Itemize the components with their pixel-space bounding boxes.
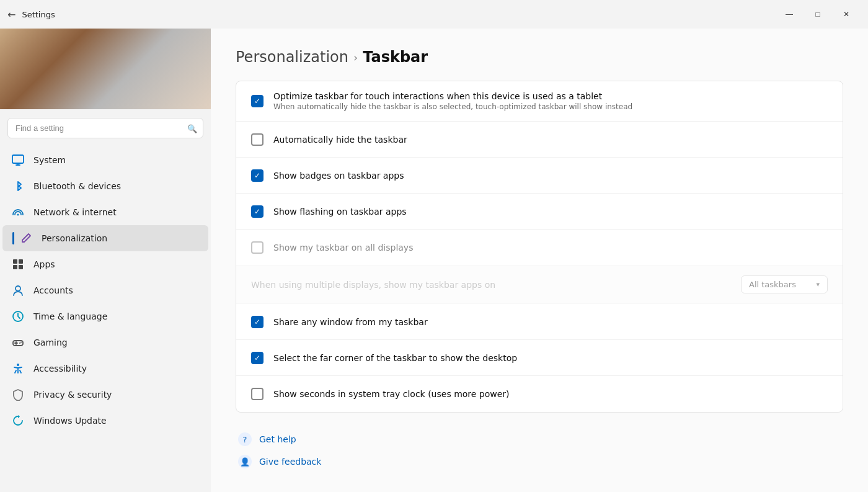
checkbox-show-all-displays[interactable]	[251, 241, 264, 254]
accessibility-icon	[11, 362, 25, 375]
checkbox-far-corner[interactable]	[251, 352, 264, 364]
search-input[interactable]	[7, 118, 203, 138]
sidebar: 🔍 System Bluetooth & devices Network & i…	[0, 29, 211, 492]
sidebar-item-bluetooth[interactable]: Bluetooth & devices	[2, 173, 208, 199]
sidebar-item-accounts[interactable]: Accounts	[2, 277, 208, 303]
chevron-down-icon: ▾	[816, 280, 820, 288]
sidebar-item-label: Time & language	[33, 311, 107, 321]
pen-icon	[19, 231, 33, 245]
time-icon	[11, 310, 25, 323]
breadcrumb-separator: ›	[353, 51, 358, 64]
network-icon	[11, 205, 25, 219]
checkbox-touch-optimize[interactable]	[251, 95, 264, 107]
checkbox-share-window[interactable]	[251, 316, 264, 328]
setting-desc-touch-optimize: When automatically hide the taskbar is a…	[273, 102, 828, 111]
setting-item-show-flashing: Show flashing on taskbar apps	[236, 194, 843, 230]
setting-label-show-badges: Show badges on taskbar apps	[273, 171, 828, 181]
sidebar-item-label: Gaming	[33, 338, 68, 347]
app-body: 🔍 System Bluetooth & devices Network & i…	[0, 29, 868, 492]
setting-item-share-window: Share any window from my taskbar	[236, 304, 843, 340]
profile-banner	[0, 29, 211, 109]
sidebar-item-time[interactable]: Time & language	[2, 303, 208, 329]
checkbox-show-flashing[interactable]	[251, 205, 264, 218]
sidebar-item-gaming[interactable]: Gaming	[2, 329, 208, 356]
main-content: Personalization › Taskbar Optimize taskb…	[211, 29, 868, 492]
titlebar: ← Settings — □ ✕	[0, 0, 868, 29]
sidebar-item-label: Accounts	[33, 285, 73, 295]
checkbox-show-badges[interactable]	[251, 169, 264, 182]
sidebar-item-accessibility[interactable]: Accessibility	[2, 356, 208, 382]
minimize-button[interactable]: —	[775, 4, 804, 24]
sidebar-item-label: Windows Update	[33, 416, 107, 426]
sidebar-item-label: Accessibility	[33, 364, 87, 373]
setting-item-auto-hide: Automatically hide the taskbar	[236, 122, 843, 158]
settings-list: Optimize taskbar for touch interactions …	[236, 81, 843, 413]
sidebar-item-update[interactable]: Windows Update	[2, 408, 208, 434]
svg-point-10	[20, 342, 22, 343]
svg-point-6	[16, 286, 20, 291]
setting-label-multi-display: When using multiple displays, show my ta…	[251, 280, 495, 290]
sidebar-item-apps[interactable]: Apps	[2, 251, 208, 277]
give-feedback-link[interactable]: 👤 Give feedback	[238, 452, 843, 471]
setting-item-touch-optimize: Optimize taskbar for touch interactions …	[236, 81, 843, 122]
back-button[interactable]: ←	[7, 9, 16, 20]
dropdown-value: All taskbars	[749, 280, 796, 289]
close-button[interactable]: ✕	[832, 4, 861, 24]
give-feedback-label: Give feedback	[259, 457, 321, 467]
setting-label-auto-hide: Automatically hide the taskbar	[273, 135, 828, 145]
bluetooth-icon	[11, 179, 25, 193]
monitor-icon	[11, 153, 25, 167]
help-icon: ?	[238, 432, 252, 446]
search-icon: 🔍	[187, 123, 197, 133]
setting-item-show-badges: Show badges on taskbar apps	[236, 158, 843, 194]
sidebar-item-label: Network & internet	[33, 207, 117, 217]
setting-label-share-window: Share any window from my taskbar	[273, 317, 828, 327]
setting-text-share-window: Share any window from my taskbar	[273, 317, 828, 327]
sidebar-item-label: Apps	[33, 259, 55, 269]
setting-text-show-flashing: Show flashing on taskbar apps	[273, 207, 828, 217]
maximize-button[interactable]: □	[804, 4, 832, 24]
multi-display-dropdown[interactable]: All taskbars ▾	[741, 275, 828, 293]
setting-text-auto-hide: Automatically hide the taskbar	[273, 135, 828, 145]
sidebar-item-label: Personalization	[42, 233, 107, 243]
breadcrumb-parent[interactable]: Personalization	[236, 48, 348, 66]
setting-item-far-corner: Select the far corner of the taskbar to …	[236, 340, 843, 376]
setting-item-multi-display: When using multiple displays, show my ta…	[236, 266, 843, 304]
update-icon	[11, 414, 25, 427]
privacy-icon	[11, 388, 25, 401]
setting-text-show-badges: Show badges on taskbar apps	[273, 171, 828, 181]
setting-text-far-corner: Select the far corner of the taskbar to …	[273, 353, 828, 363]
svg-rect-2	[13, 259, 17, 264]
get-help-link[interactable]: ? Get help	[238, 430, 843, 449]
sidebar-item-system[interactable]: System	[2, 147, 208, 173]
feedback-icon: 👤	[238, 455, 252, 468]
setting-label-show-flashing: Show flashing on taskbar apps	[273, 207, 828, 217]
svg-rect-4	[13, 265, 17, 269]
svg-rect-0	[12, 155, 24, 163]
svg-rect-3	[19, 259, 23, 264]
window-controls: — □ ✕	[775, 4, 861, 24]
svg-point-1	[17, 214, 19, 216]
setting-text-touch-optimize: Optimize taskbar for touch interactions …	[273, 91, 828, 111]
sidebar-nav: System Bluetooth & devices Network & int…	[0, 147, 211, 492]
checkbox-auto-hide[interactable]	[251, 133, 264, 146]
gaming-icon	[11, 336, 25, 349]
search-container: 🔍	[7, 118, 203, 138]
sidebar-item-label: Privacy & security	[33, 390, 112, 400]
setting-text-show-seconds: Show seconds in system tray clock (uses …	[273, 389, 828, 399]
checkbox-show-seconds[interactable]	[251, 388, 264, 400]
titlebar-title: Settings	[22, 10, 55, 19]
setting-label-show-seconds: Show seconds in system tray clock (uses …	[273, 389, 828, 399]
sidebar-item-personalization[interactable]: Personalization	[2, 225, 208, 251]
setting-label-touch-optimize: Optimize taskbar for touch interactions …	[273, 91, 828, 101]
sidebar-item-network[interactable]: Network & internet	[2, 199, 208, 225]
sidebar-item-label: System	[33, 155, 66, 165]
sidebar-item-label: Bluetooth & devices	[33, 181, 121, 191]
svg-point-9	[19, 342, 20, 344]
sidebar-item-privacy[interactable]: Privacy & security	[2, 382, 208, 408]
apps-icon	[11, 257, 25, 271]
setting-item-show-seconds: Show seconds in system tray clock (uses …	[236, 376, 843, 412]
footer-links: ? Get help 👤 Give feedback	[236, 430, 843, 471]
accounts-icon	[11, 284, 25, 297]
breadcrumb-current: Taskbar	[363, 48, 428, 66]
